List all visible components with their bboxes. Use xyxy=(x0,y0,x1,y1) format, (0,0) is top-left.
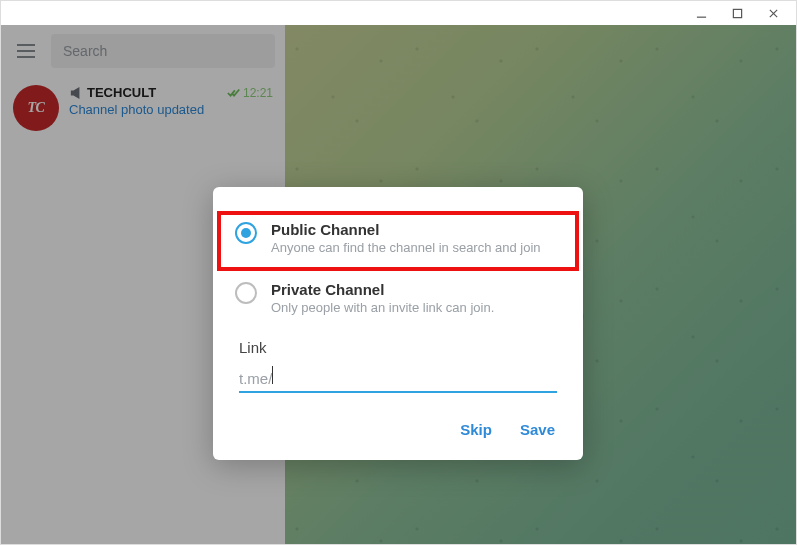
radio-public[interactable] xyxy=(235,222,257,244)
link-input[interactable]: t.me/ xyxy=(239,366,557,393)
svg-rect-1 xyxy=(733,9,741,17)
close-button[interactable] xyxy=(756,2,790,24)
window-titlebar xyxy=(1,1,796,25)
save-button[interactable]: Save xyxy=(520,421,555,438)
radio-private[interactable] xyxy=(235,282,257,304)
option-public-channel[interactable]: Public Channel Anyone can find the chann… xyxy=(217,211,579,271)
channel-type-modal: Public Channel Anyone can find the chann… xyxy=(213,187,583,460)
option-private-channel[interactable]: Private Channel Only people with an invi… xyxy=(213,271,583,331)
skip-button[interactable]: Skip xyxy=(460,421,492,438)
maximize-button[interactable] xyxy=(720,2,754,24)
option-desc: Only people with an invite link can join… xyxy=(271,300,557,317)
minimize-button[interactable] xyxy=(684,2,718,24)
option-title: Private Channel xyxy=(271,281,557,298)
option-desc: Anyone can find the channel in search an… xyxy=(271,240,557,257)
link-label: Link xyxy=(239,339,557,356)
link-prefix: t.me/ xyxy=(239,370,272,387)
option-title: Public Channel xyxy=(271,221,557,238)
